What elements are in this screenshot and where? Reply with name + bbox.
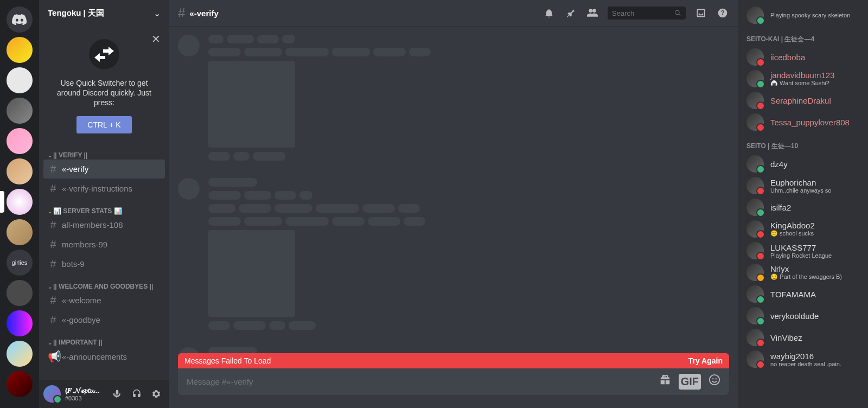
guild-item[interactable]	[7, 128, 33, 154]
message-input-area: GIF	[178, 368, 729, 395]
mute-icon[interactable]	[108, 385, 126, 403]
channel-icon: #	[48, 314, 59, 326]
channel-name: «-announcements	[62, 352, 127, 361]
member-item[interactable]: dz4y	[742, 153, 864, 175]
guild-item[interactable]	[7, 341, 33, 367]
pin-icon[interactable]	[564, 7, 577, 20]
member-status: Uhm..chile anyways so	[770, 187, 859, 194]
channel-item[interactable]: #«-verify	[43, 160, 165, 178]
channel-icon: #	[48, 219, 59, 231]
channel-name: bots-9	[62, 259, 85, 269]
member-group-header: SEITO | 生徒—10	[742, 133, 864, 153]
member-name: waybig2016	[770, 352, 859, 361]
quick-switcher-text: Use Quick Switcher to get around Discord…	[48, 78, 161, 107]
channel-name: all-members-108	[62, 220, 123, 229]
category-header[interactable]: ⌄ 📊 SERVER STATS 📊	[39, 199, 169, 215]
member-item[interactable]: Playing spooky scary skeleton	[742, 4, 864, 26]
search-box[interactable]	[608, 7, 686, 20]
member-name: LUKASS777	[770, 243, 859, 252]
member-item[interactable]: LUKASS777Playing Rocket League	[742, 240, 864, 262]
avatar	[746, 329, 764, 346]
member-name: TOFAMAMA	[770, 290, 859, 299]
quick-switcher-button[interactable]: CTRL + K	[76, 116, 131, 133]
channel-item[interactable]: #«-welcome	[43, 291, 165, 310]
guild-item[interactable]	[7, 219, 33, 245]
channel-name: «-welcome	[62, 296, 101, 305]
emoji-icon[interactable]	[709, 374, 720, 390]
channel-icon: #	[48, 238, 59, 251]
channel-item[interactable]: #«-goodbye	[43, 310, 165, 329]
svg-point-3	[712, 378, 713, 379]
member-name: Nrlyx	[770, 264, 859, 273]
notifications-icon[interactable]	[542, 7, 556, 20]
guild-item-active[interactable]	[7, 189, 33, 215]
channel-name: members-99	[62, 240, 107, 249]
gif-icon[interactable]: GIF	[679, 374, 701, 390]
members-icon[interactable]	[586, 7, 599, 20]
user-avatar[interactable]	[43, 385, 61, 403]
error-message: Messages Failed To Load	[184, 356, 271, 365]
channel-item[interactable]: #members-99	[43, 235, 165, 254]
member-name: VinVibez	[770, 333, 859, 342]
avatar	[746, 199, 764, 216]
search-icon	[674, 9, 681, 17]
quick-switcher-panel: ✕ Use Quick Switcher to get around Disco…	[39, 26, 169, 143]
category-header[interactable]: ⌄ || WELCOME AND GOODBYES ||	[39, 274, 169, 290]
member-item[interactable]: SeraphineDrakul	[742, 90, 864, 111]
server-header[interactable]: Tengoku | 天国 ⌄	[39, 0, 169, 26]
channel-name: «-goodbye	[62, 315, 100, 324]
member-item[interactable]: jandavidbuum123🍙 Want some Sushi?	[742, 68, 864, 90]
member-item[interactable]: verykooldude	[742, 305, 864, 327]
member-name: isilfa2	[770, 203, 859, 212]
channel-sidebar: Tengoku | 天国 ⌄ ✕ Use Quick Switcher to g…	[39, 0, 169, 408]
channel-list: ⌄ || VERIFY ||#«-verify#«-verify-instruc…	[39, 143, 169, 380]
gift-icon[interactable]	[659, 374, 671, 390]
channel-item[interactable]: #bots-9	[43, 254, 165, 273]
guild-item[interactable]	[7, 280, 33, 306]
member-item[interactable]: iicedboba	[742, 46, 864, 68]
channel-item[interactable]: 📢«-announcements	[43, 347, 165, 366]
settings-icon[interactable]	[148, 385, 165, 403]
guild-item[interactable]	[7, 98, 33, 124]
message-input[interactable]	[187, 377, 650, 386]
close-icon[interactable]: ✕	[151, 33, 161, 46]
avatar	[746, 7, 764, 24]
inbox-icon[interactable]	[694, 7, 707, 20]
avatar	[746, 307, 764, 324]
avatar	[746, 92, 764, 109]
member-item[interactable]: isilfa2	[742, 196, 864, 218]
member-name: Tessa_puppylover808	[770, 118, 859, 127]
channel-item[interactable]: #«-verify-instructions	[43, 179, 165, 198]
guild-item[interactable]	[7, 37, 33, 63]
member-item[interactable]: Tessa_puppylover808	[742, 111, 864, 133]
channel-item[interactable]: #all-members-108	[43, 215, 165, 234]
guild-item[interactable]	[7, 310, 33, 336]
member-status: Playing Rocket League	[770, 252, 859, 259]
message-area	[169, 26, 738, 353]
channel-icon: #	[48, 163, 59, 175]
search-input[interactable]	[612, 9, 674, 17]
home-button[interactable]	[7, 7, 33, 33]
guild-item[interactable]	[7, 371, 33, 397]
try-again-button[interactable]: Try Again	[688, 356, 723, 365]
guild-list: girlies	[0, 0, 39, 408]
guild-item[interactable]: girlies	[7, 250, 33, 276]
member-item[interactable]: KingAbdoo2😕 school sucks	[742, 218, 864, 240]
avatar	[746, 177, 764, 194]
deafen-icon[interactable]	[128, 385, 145, 403]
guild-item[interactable]	[7, 67, 33, 93]
avatar	[746, 350, 764, 368]
member-item[interactable]: TOFAMAMA	[742, 283, 864, 305]
member-item[interactable]: waybig2016no reaper death seal..pain.	[742, 348, 864, 370]
help-icon[interactable]: ?	[716, 7, 729, 20]
avatar	[746, 264, 764, 281]
member-item[interactable]: EuphorichanUhm..chile anyways so	[742, 175, 864, 196]
category-header[interactable]: ⌄ || IMPORTANT ||	[39, 330, 169, 346]
server-name: Tengoku | 天国	[48, 8, 104, 18]
member-item[interactable]: Nrlyx😏 Part of the swaggers B)	[742, 262, 864, 283]
guild-item[interactable]	[7, 158, 33, 184]
member-item[interactable]: VinVibez	[742, 327, 864, 348]
category-header[interactable]: ⌄ || VERIFY ||	[39, 143, 169, 159]
member-status: no reaper death seal..pain.	[770, 361, 859, 367]
avatar	[746, 242, 764, 259]
